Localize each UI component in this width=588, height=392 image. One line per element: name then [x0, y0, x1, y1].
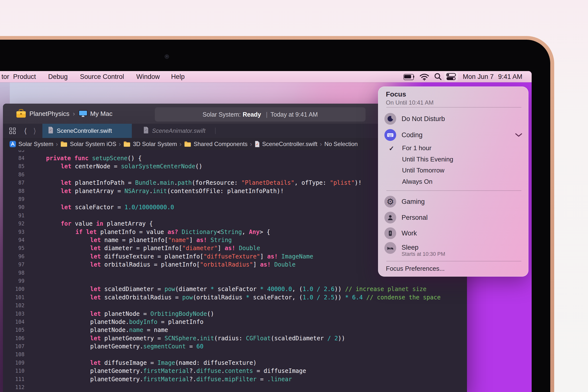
- line-number: 90: [3, 204, 24, 210]
- line-number: 109: [3, 360, 24, 366]
- back-chevron-icon[interactable]: ⟨: [24, 127, 27, 135]
- code-line-112: 112: [3, 383, 467, 391]
- code-text: private func setupScene() {: [24, 155, 142, 162]
- code-text: let planetInfoPath = Bundle.main.path(fo…: [24, 179, 362, 186]
- menu-debug[interactable]: Debug: [48, 73, 68, 80]
- focus-item-sleep[interactable]: Sleep: [378, 242, 528, 254]
- focus-item-label: Gaming: [402, 198, 425, 206]
- code-line-108: 108: [3, 350, 467, 359]
- line-number: 112: [3, 384, 24, 390]
- battery-icon[interactable]: [404, 74, 414, 80]
- focus-preferences-button[interactable]: Focus Preferences...: [386, 265, 445, 272]
- scheme-name[interactable]: PlanetPhysics: [30, 110, 69, 118]
- chevron-down-icon[interactable]: [514, 132, 523, 138]
- breadcrumb-file[interactable]: SceneController.swift: [254, 141, 317, 148]
- line-number: 105: [3, 327, 24, 333]
- focus-option-for-1-hour[interactable]: For 1 hour: [402, 142, 514, 153]
- chevron-icon: ›: [320, 140, 322, 148]
- chevron-icon: ›: [73, 110, 75, 118]
- focus-option-always-on[interactable]: Always On: [402, 176, 514, 187]
- status-separator: |: [266, 111, 268, 118]
- breadcrumb-folder-1[interactable]: Solar System iOS: [60, 141, 116, 148]
- line-number: 99: [3, 278, 24, 284]
- line-number: 88: [3, 188, 24, 194]
- date-label: Mon Jun 7: [463, 73, 494, 80]
- menu-bar-clock[interactable]: Mon Jun 7 9:41 AM: [463, 73, 522, 80]
- forward-chevron-icon[interactable]: ⟩: [33, 127, 36, 135]
- breadcrumb-folder-2[interactable]: 3D Solar System: [123, 141, 177, 148]
- status-project: Solar System:: [202, 111, 241, 118]
- control-center-button[interactable]: [444, 72, 458, 81]
- focus-item-personal[interactable]: Personal: [378, 212, 528, 224]
- code-text: let diffuseImage = Image(named: diffuseT…: [24, 360, 256, 366]
- focus-item-label: Personal: [402, 214, 428, 222]
- menu-items: tor Product Debug Source Control Window …: [0, 73, 185, 80]
- focus-item-label: Sleep: [402, 244, 418, 251]
- code-text: planetGeometry.firstMaterial?.diffuse.mi…: [24, 376, 292, 383]
- line-number: 108: [3, 352, 24, 358]
- marketing-image: tor Product Debug Source Control Window …: [0, 0, 588, 392]
- menu-product[interactable]: Product: [13, 73, 36, 80]
- breadcrumb-selection[interactable]: No Selection: [324, 141, 358, 148]
- focus-status: On Until 10:41 AM: [386, 99, 434, 106]
- sleep-schedule: Starts at 10:30 PM: [402, 251, 445, 257]
- line-number: 106: [3, 336, 24, 341]
- run-destination[interactable]: My Mac: [90, 110, 112, 118]
- option-label: Until This Evening: [402, 156, 453, 163]
- focus-item-do-not-disturb[interactable]: Do Not Disturb: [378, 113, 528, 125]
- focus-option-until-this-evening[interactable]: Until This Evening: [402, 154, 514, 165]
- focus-item-gaming[interactable]: ⚙ Gaming: [378, 196, 528, 208]
- menu-help[interactable]: Help: [171, 73, 185, 80]
- code-text: let planetNode = OrbitingBodyNode(): [24, 310, 214, 317]
- line-number: 103: [3, 311, 24, 317]
- menu-source-control[interactable]: Source Control: [80, 73, 124, 80]
- tab-label: SceneAnimator.swift: [152, 128, 205, 134]
- bed-icon: [384, 242, 396, 254]
- status-time: Today at 9:41 AM: [270, 111, 318, 118]
- code-line-102: 102: [3, 301, 467, 310]
- focus-item-label: Coding: [402, 131, 422, 139]
- code-text: let scaleFactor = 1.0/10000000.0: [24, 204, 174, 211]
- tab-scenecontroller[interactable]: SceneController.swift: [42, 124, 132, 138]
- focus-item-coding[interactable]: Coding: [378, 129, 528, 141]
- swift-file-icon: [254, 141, 260, 148]
- activity-status[interactable]: Solar System: Ready | Today at 9:41 AM: [155, 107, 366, 122]
- chevron-icon: ›: [119, 140, 121, 148]
- wifi-icon[interactable]: [419, 73, 430, 80]
- focus-item-work[interactable]: Work: [378, 227, 528, 239]
- code-line-110: 110planetGeometry.firstMaterial?.diffuse…: [3, 367, 467, 375]
- focus-item-label: Do Not Disturb: [402, 115, 445, 123]
- editor-layout-icon[interactable]: [9, 128, 16, 134]
- code-line-100: 100let scaledDiameter = pow(diameter * s…: [3, 285, 467, 293]
- option-label: For 1 hour: [402, 144, 432, 152]
- breadcrumb-folder-3[interactable]: Shared Components: [184, 141, 248, 148]
- line-number: 104: [3, 319, 24, 325]
- divider: [386, 261, 521, 262]
- line-number: 93: [3, 229, 24, 235]
- code-text: let diameter = planetInfo["diameter"] as…: [24, 245, 260, 252]
- chevron-icon: ›: [250, 140, 252, 148]
- breadcrumb-label: SceneController.swift: [262, 141, 317, 148]
- line-number: 94: [3, 237, 24, 243]
- moon-icon: [384, 113, 396, 125]
- chevron-icon: ›: [180, 140, 182, 148]
- code-line-99: 99: [3, 277, 467, 285]
- breadcrumb-project[interactable]: Solar System: [9, 141, 54, 148]
- spotlight-search-icon[interactable]: [434, 72, 442, 81]
- breadcrumb-label: Shared Components: [194, 141, 248, 148]
- tab-sceneanimator[interactable]: SceneAnimator.swift: [138, 124, 211, 138]
- focus-option-until-tomorrow[interactable]: Until Tomorrow: [402, 165, 514, 176]
- code-line-101: 101let scaledOrbitalRadius = pow(orbital…: [3, 293, 467, 301]
- checkmark-icon: ✓: [389, 145, 398, 152]
- focus-item-label: Work: [402, 230, 417, 237]
- code-text: for value in planetArray {: [24, 220, 153, 227]
- line-number: 86: [3, 172, 24, 178]
- code-text: let centerNode = solarSystemCenterNode(): [24, 163, 202, 170]
- menu-window[interactable]: Window: [136, 73, 160, 80]
- line-number: 84: [3, 155, 24, 161]
- option-label: Always On: [402, 178, 432, 186]
- folder-icon: [184, 141, 191, 147]
- breadcrumb-label: No Selection: [324, 141, 358, 148]
- line-number: 100: [3, 286, 24, 292]
- menu-editor-partial[interactable]: tor: [2, 73, 9, 80]
